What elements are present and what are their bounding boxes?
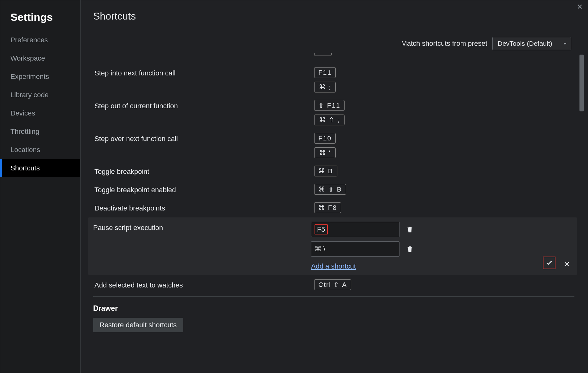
shortcut-label: Toggle breakpoint enabled bbox=[93, 184, 314, 194]
shortcut-keys: F11 ⌘ ; bbox=[314, 67, 336, 92]
shortcut-row[interactable]: Step out of current function ⇧ F11 ⌘ ⇧ ; bbox=[93, 96, 574, 129]
shortcut-keys: F9 bbox=[314, 53, 332, 60]
preset-select-value: DevTools (Default) bbox=[498, 40, 552, 47]
page-title: Shortcuts bbox=[93, 10, 575, 22]
shortcut-row[interactable]: Deactivate breakpoints ⌘ F8 bbox=[93, 198, 574, 217]
sidebar-item-workspace[interactable]: Workspace bbox=[0, 49, 80, 68]
restore-defaults-button[interactable]: Restore default shortcuts bbox=[93, 318, 183, 332]
preset-select[interactable]: DevTools (Default) bbox=[492, 37, 571, 50]
shortcut-input[interactable]: ⌘ \ bbox=[311, 241, 399, 257]
confirm-shortcut-button[interactable] bbox=[543, 257, 555, 269]
preset-label: Match shortcuts from preset bbox=[401, 39, 487, 48]
key-chip: ⌘ ; bbox=[314, 82, 336, 92]
section-header-drawer: Drawer bbox=[93, 296, 574, 315]
sidebar-item-shortcuts[interactable]: Shortcuts bbox=[0, 159, 80, 177]
shortcut-row[interactable]: Add selected text to watches Ctrl ⇧ A bbox=[93, 275, 574, 294]
shortcut-row[interactable]: Toggle breakpoint ⌘ B bbox=[93, 162, 574, 180]
add-shortcut-link[interactable]: Add a shortcut bbox=[311, 261, 413, 270]
shortcut-keys: ⌘ F8 bbox=[314, 202, 341, 213]
shortcut-row-step-cutoff: Step F9 bbox=[93, 53, 574, 63]
shortcut-edit-row-0: F5 bbox=[311, 222, 413, 237]
shortcut-edit-row-1: ⌘ \ bbox=[311, 241, 413, 257]
key-chip: ⌘ ' bbox=[314, 147, 336, 158]
shortcut-label: Pause script execution bbox=[93, 222, 311, 232]
cancel-shortcut-button[interactable] bbox=[562, 259, 572, 269]
shortcut-input[interactable]: F5 bbox=[311, 222, 399, 237]
shortcuts-scroll[interactable]: Step F9 Step into next function call F11… bbox=[81, 53, 584, 369]
sidebar-item-library-code[interactable]: Library code bbox=[0, 86, 80, 104]
key-chip: ⌘ F8 bbox=[314, 202, 341, 213]
shortcut-label: Deactivate breakpoints bbox=[93, 202, 314, 212]
shortcut-keys: ⌘ ⇧ B bbox=[314, 184, 346, 195]
shortcut-keys: Ctrl ⇧ A bbox=[314, 279, 351, 290]
key-chip: ⌘ ⇧ B bbox=[314, 184, 346, 195]
main-header: Shortcuts bbox=[81, 0, 588, 29]
main-panel: ✕ Shortcuts Match shortcuts from preset … bbox=[81, 0, 588, 373]
close-icon[interactable]: ✕ bbox=[577, 3, 583, 10]
sidebar-item-devices[interactable]: Devices bbox=[0, 104, 80, 122]
scrollbar-thumb[interactable] bbox=[579, 55, 584, 111]
shortcut-label: Add selected text to watches bbox=[93, 279, 314, 289]
key-chip: ⇧ F11 bbox=[314, 100, 345, 111]
preset-row: Match shortcuts from preset DevTools (De… bbox=[81, 29, 588, 53]
key-chip: F11 bbox=[314, 67, 336, 78]
shortcut-input-value: ⌘ \ bbox=[315, 245, 325, 253]
key-chip: F9 bbox=[314, 53, 332, 56]
shortcut-keys: F10 ⌘ ' bbox=[314, 133, 336, 158]
key-chip: F10 bbox=[314, 133, 336, 144]
sidebar-title: Settings bbox=[0, 8, 80, 31]
shortcut-label: Toggle breakpoint bbox=[93, 166, 314, 176]
settings-root: Settings Preferences Workspace Experimen… bbox=[0, 0, 588, 373]
key-chip: ⌘ B bbox=[314, 166, 337, 176]
shortcut-row[interactable]: Toggle breakpoint enabled ⌘ ⇧ B bbox=[93, 180, 574, 198]
shortcut-label: Step into next function call bbox=[93, 67, 314, 77]
shortcut-label: Step out of current function bbox=[93, 100, 314, 110]
delete-shortcut-icon[interactable] bbox=[406, 225, 413, 234]
shortcut-input-chip: F5 bbox=[315, 224, 328, 234]
settings-sidebar: Settings Preferences Workspace Experimen… bbox=[0, 0, 81, 373]
sidebar-item-throttling[interactable]: Throttling bbox=[0, 122, 80, 141]
shortcut-keys: ⌘ B bbox=[314, 166, 337, 176]
key-chip: ⌘ ⇧ ; bbox=[314, 115, 345, 125]
sidebar-item-experiments[interactable]: Experiments bbox=[0, 68, 80, 86]
shortcut-row-editing: Pause script execution F5 ⌘ \ bbox=[88, 217, 577, 275]
sidebar-item-locations[interactable]: Locations bbox=[0, 141, 80, 159]
sidebar-item-preferences[interactable]: Preferences bbox=[0, 31, 80, 49]
shortcut-label: Step over next function call bbox=[93, 133, 314, 143]
shortcut-keys: ⇧ F11 ⌘ ⇧ ; bbox=[314, 100, 345, 125]
shortcut-row[interactable]: Step into next function call F11 ⌘ ; bbox=[93, 63, 574, 96]
shortcut-row[interactable]: Step over next function call F10 ⌘ ' bbox=[93, 129, 574, 162]
key-chip: Ctrl ⇧ A bbox=[314, 279, 351, 290]
delete-shortcut-icon[interactable] bbox=[406, 245, 413, 253]
edit-actions bbox=[543, 257, 574, 270]
shortcut-edit-col: F5 ⌘ \ Add a shortcut bbox=[311, 222, 413, 270]
